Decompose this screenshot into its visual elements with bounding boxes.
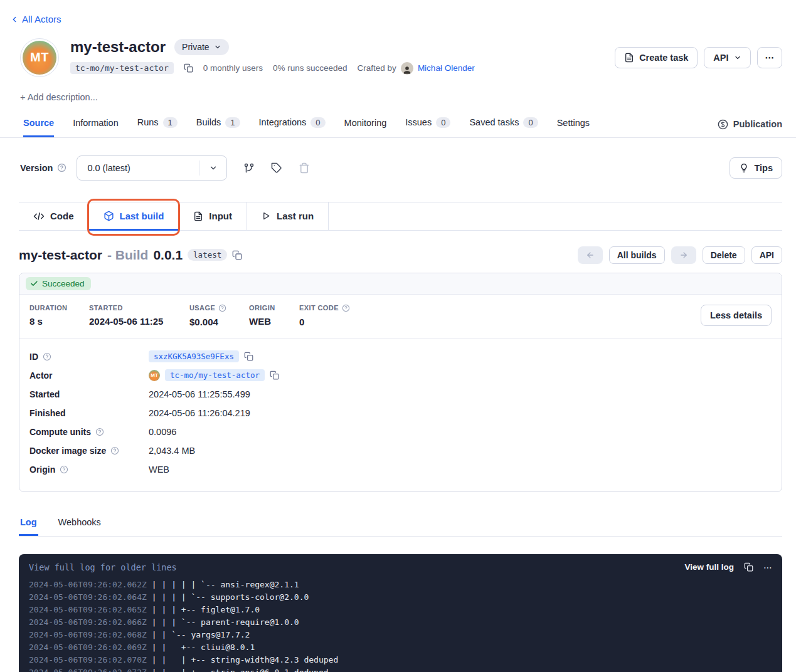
build-title: my-test-actor - Build 0.0.1 latest — [19, 248, 242, 263]
detail-row-id: ID sxzKGK5A93Se9FExs — [29, 347, 772, 366]
main-tabbar: Source Information Runs1 Builds1 Integra… — [0, 112, 796, 138]
build-version-number: 0.0.1 — [153, 248, 183, 263]
delete-build-button[interactable]: Delete — [703, 246, 745, 264]
package-icon — [103, 211, 114, 221]
chevron-down-icon — [734, 54, 741, 61]
create-task-button[interactable]: Create task — [615, 47, 698, 68]
git-branch-icon[interactable] — [243, 162, 255, 174]
api-dropdown-button[interactable]: API — [704, 47, 750, 68]
subtab-code[interactable]: Code — [19, 202, 89, 230]
build-title-separator: - Build — [107, 248, 148, 263]
actor-avatar-initials: MT — [23, 41, 56, 75]
integrations-count-badge: 0 — [310, 117, 325, 128]
usage-label: USAGE — [189, 304, 215, 312]
tab-settings[interactable]: Settings — [557, 113, 590, 137]
copy-log-icon[interactable] — [744, 562, 753, 572]
actor-label: Actor — [29, 370, 53, 381]
ellipsis-icon: ⋯ — [765, 53, 775, 63]
lightbulb-icon — [739, 163, 749, 173]
docker-image-size-label: Docker image size — [29, 446, 106, 456]
tips-button[interactable]: Tips — [730, 157, 782, 179]
help-icon[interactable] — [218, 304, 226, 312]
detail-row-started: Started 2024-05-06 11:25:55.499 — [29, 385, 772, 404]
author-link[interactable]: Michał Olender — [418, 63, 475, 73]
more-actions-button[interactable]: ⋯ — [757, 47, 783, 68]
tab-builds[interactable]: Builds1 — [196, 112, 240, 137]
tab-log[interactable]: Log — [19, 513, 38, 536]
chevron-left-icon — [10, 15, 19, 24]
help-icon[interactable] — [110, 446, 119, 455]
started-label: STARTED — [89, 304, 123, 312]
tab-information[interactable]: Information — [73, 113, 119, 137]
runs-succeeded-stat: 0% runs succeeded — [273, 63, 348, 73]
less-details-button[interactable]: Less details — [701, 305, 772, 326]
visibility-dropdown[interactable]: Private — [174, 39, 229, 55]
play-icon — [262, 211, 271, 221]
tab-saved-tasks[interactable]: Saved tasks0 — [469, 112, 538, 137]
tab-source[interactable]: Source — [23, 113, 54, 137]
log-tabbar: Log Webhooks — [19, 513, 782, 537]
help-icon[interactable] — [342, 304, 350, 312]
api-label: API — [713, 53, 728, 63]
compute-units-value: 0.0096 — [149, 427, 176, 437]
help-icon[interactable] — [60, 465, 68, 474]
actor-slug: tc-mo/my-test-actor — [70, 62, 174, 74]
subtab-last-run[interactable]: Last run — [247, 202, 329, 230]
copy-slug-icon[interactable] — [184, 63, 193, 73]
version-selected-value: 0.0 (latest) — [77, 163, 199, 173]
create-task-label: Create task — [639, 53, 688, 63]
saved-tasks-count-badge: 0 — [523, 117, 538, 128]
help-icon[interactable] — [43, 352, 51, 361]
version-bar: Version 0.0 (latest) — [20, 155, 782, 181]
actor-avatar: MT — [20, 38, 59, 77]
help-icon[interactable] — [57, 163, 66, 172]
builds-count-badge: 1 — [225, 117, 240, 128]
prev-build-button[interactable] — [578, 246, 603, 264]
actor-build-page: All Actors MT my-test-actor Private tc-m… — [0, 0, 796, 672]
view-full-log-button[interactable]: View full log — [684, 562, 734, 572]
build-log-terminal: View full log for older lines View full … — [19, 554, 782, 672]
help-icon[interactable] — [95, 428, 104, 436]
status-label: Succeeded — [42, 279, 85, 288]
exit-code-label: EXIT CODE — [299, 304, 339, 312]
arrow-left-icon — [585, 251, 595, 260]
detail-row-compute-units: Compute units 0.0096 — [29, 423, 772, 441]
tab-monitoring[interactable]: Monitoring — [344, 113, 387, 137]
log-lines[interactable]: 2024-05-06T09:26:02.062Z| | | | | `-- an… — [19, 575, 782, 672]
copy-actor-icon[interactable] — [270, 370, 279, 380]
add-description-button[interactable]: + Add description... — [20, 92, 98, 102]
tag-icon[interactable] — [271, 162, 282, 174]
started-detail-label: Started — [29, 389, 60, 399]
all-builds-button[interactable]: All builds — [609, 246, 665, 264]
file-text-icon — [624, 53, 634, 63]
version-select[interactable]: 0.0 (latest) — [77, 155, 227, 181]
code-icon — [33, 212, 45, 221]
crafted-by-label: Crafted by — [358, 63, 396, 73]
trash-icon[interactable] — [299, 162, 310, 174]
docker-image-size-value: 2,043.4 MB — [149, 446, 195, 456]
author-avatar — [401, 62, 413, 75]
publication-link[interactable]: Publication — [718, 119, 782, 137]
subtab-input[interactable]: Input — [179, 202, 247, 230]
back-to-all-actors-link[interactable]: All Actors — [10, 14, 61, 24]
origin-label: ORIGIN — [249, 304, 275, 312]
copy-build-icon[interactable] — [232, 250, 242, 260]
build-api-button[interactable]: API — [751, 246, 782, 264]
log-more-icon[interactable]: ⋯ — [763, 562, 772, 572]
copy-build-id-icon[interactable] — [244, 352, 253, 361]
version-label: Version — [20, 163, 53, 173]
duration-value: 8 s — [29, 316, 89, 327]
tab-webhooks[interactable]: Webhooks — [57, 513, 102, 536]
chevron-down-icon — [199, 160, 226, 176]
tab-issues[interactable]: Issues0 — [405, 112, 450, 137]
view-older-lines-link[interactable]: View full log for older lines — [29, 562, 177, 572]
subtab-last-build[interactable]: Last build — [89, 202, 179, 230]
started-detail-value: 2024-05-06 11:25:55.499 — [149, 389, 250, 399]
tab-integrations[interactable]: Integrations0 — [259, 112, 326, 137]
actor-link-pill[interactable]: tc-mo/my-test-actor — [165, 369, 265, 381]
check-icon — [30, 280, 38, 288]
tab-runs[interactable]: Runs1 — [137, 112, 178, 137]
build-id-value[interactable]: sxzKGK5A93Se9FExs — [149, 350, 239, 362]
status-badge: Succeeded — [26, 277, 91, 290]
next-build-button[interactable] — [671, 246, 696, 264]
